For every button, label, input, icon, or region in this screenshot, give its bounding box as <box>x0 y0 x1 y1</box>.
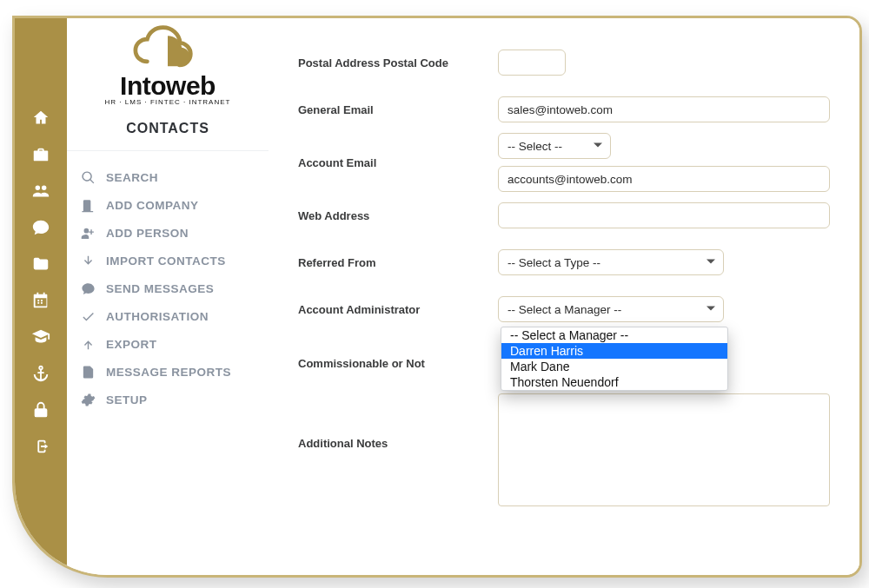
chat-icon[interactable] <box>31 218 50 237</box>
lock-icon[interactable] <box>31 400 50 420</box>
folder-icon[interactable] <box>31 254 50 274</box>
menu-export[interactable]: EXPORT <box>81 330 260 358</box>
menu-add-person[interactable]: ADD PERSON <box>81 219 260 247</box>
cloud-icon <box>131 25 204 72</box>
label-web-address: Web Address <box>298 209 498 222</box>
row-referred-from: Referred From -- Select a Type -- <box>298 239 830 286</box>
label-account-admin: Account Administrator <box>298 303 498 316</box>
module-title: CONTACTS <box>67 112 269 151</box>
account-email-input[interactable] <box>498 166 830 192</box>
label-account-email: Account Email <box>298 156 498 169</box>
additional-notes-textarea[interactable] <box>498 393 830 506</box>
label-commissionable: Commissionable or Not <box>298 357 498 370</box>
menu-label: SETUP <box>106 393 148 406</box>
form-area: Postal Address Postal Code General Email… <box>269 18 859 575</box>
logo: Intoweb HR · LMS · FINTEC · INTRANET <box>67 18 269 112</box>
menu-send-messages[interactable]: SEND MESSAGES <box>81 274 260 302</box>
general-email-input[interactable] <box>498 96 830 122</box>
building-icon <box>81 198 96 213</box>
app-frame: Intoweb HR · LMS · FINTEC · INTRANET CON… <box>12 16 862 578</box>
label-general-email: General Email <box>298 103 498 116</box>
menu-message-reports[interactable]: MESSAGE REPORTS <box>81 358 260 386</box>
menu-search[interactable]: SEARCH <box>81 163 260 191</box>
menu-label: ADD COMPANY <box>106 199 199 212</box>
row-web-address: Web Address <box>298 192 830 239</box>
menu-label: ADD PERSON <box>106 227 189 240</box>
home-icon[interactable] <box>31 109 50 128</box>
row-postal-code: Postal Address Postal Code <box>298 39 830 86</box>
menu-label: EXPORT <box>106 338 157 351</box>
postal-code-input[interactable] <box>498 50 566 76</box>
check-icon <box>81 309 96 324</box>
web-address-input[interactable] <box>498 202 830 228</box>
label-additional-notes: Additional Notes <box>298 393 498 450</box>
menu-add-company[interactable]: ADD COMPANY <box>81 191 260 219</box>
anchor-icon[interactable] <box>31 364 50 383</box>
report-icon <box>81 365 96 380</box>
logo-tagline: HR · LMS · FINTEC · INTRANET <box>105 99 231 106</box>
account-admin-select[interactable]: -- Select a Manager -- <box>498 296 724 322</box>
calendar-icon[interactable] <box>31 291 50 310</box>
account-admin-dropdown[interactable]: -- Select a Manager --Darren HarrisMark … <box>501 327 728 391</box>
account-email-select[interactable]: -- Select -- <box>498 133 611 159</box>
menu-label: SEND MESSAGES <box>106 282 214 295</box>
logo-wordmark: Intoweb <box>105 74 231 97</box>
row-general-email: General Email <box>298 86 830 133</box>
menu-label: AUTHORISATION <box>106 310 209 323</box>
logout-icon[interactable] <box>31 437 50 456</box>
row-account-email: Account Email -- Select -- <box>298 133 830 192</box>
search-icon <box>81 170 96 185</box>
label-postal-code: Postal Address Postal Code <box>298 56 498 69</box>
arrow-down-icon <box>81 254 96 268</box>
dropdown-option[interactable]: Darren Harris <box>501 343 727 359</box>
graduation-icon[interactable] <box>31 327 50 347</box>
menu-setup[interactable]: SETUP <box>81 386 260 413</box>
menu-label: SEARCH <box>106 171 158 184</box>
menu-label: MESSAGE REPORTS <box>106 366 231 379</box>
arrow-up-icon <box>81 337 96 352</box>
users-icon[interactable] <box>31 182 50 201</box>
sidebar: Intoweb HR · LMS · FINTEC · INTRANET CON… <box>67 18 269 575</box>
person-plus-icon <box>81 226 96 241</box>
menu-label: IMPORT CONTACTS <box>106 254 226 268</box>
row-account-admin: Account Administrator -- Select a Manage… <box>298 286 830 333</box>
label-referred-from: Referred From <box>298 256 498 269</box>
row-additional-notes: Additional Notes <box>298 393 830 524</box>
sidebar-menu: SEARCH ADD COMPANY ADD PERSON IMPORT CON… <box>67 151 269 413</box>
dropdown-option[interactable]: Mark Dane <box>501 359 727 374</box>
gear-icon <box>81 393 96 407</box>
speech-icon <box>81 281 96 296</box>
icon-rail <box>15 18 67 575</box>
referred-from-select[interactable]: -- Select a Type -- <box>498 249 724 275</box>
dropdown-option[interactable]: Thorsten Neuendorf <box>501 374 727 390</box>
briefcase-icon[interactable] <box>31 145 50 164</box>
dropdown-option[interactable]: -- Select a Manager -- <box>501 327 727 343</box>
menu-authorisation[interactable]: AUTHORISATION <box>81 302 260 330</box>
menu-import-contacts[interactable]: IMPORT CONTACTS <box>81 247 260 274</box>
